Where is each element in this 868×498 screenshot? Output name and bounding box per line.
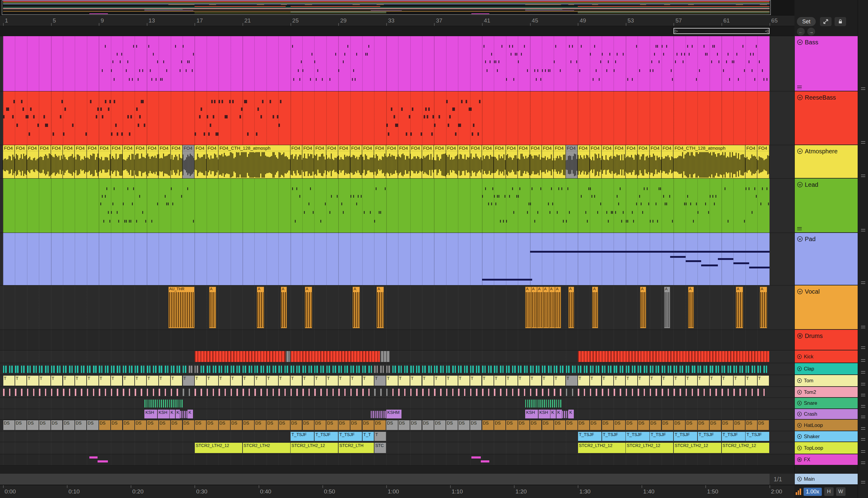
drum-clip[interactable]: DS	[674, 420, 685, 430]
drum-clip[interactable]: T	[267, 376, 278, 386]
drum-clip[interactable]: DS	[291, 420, 302, 430]
drum-clip[interactable]: T	[710, 376, 721, 386]
drum-clip[interactable]: T	[722, 376, 733, 386]
audio-clip[interactable]: FO4	[530, 145, 541, 178]
lane-resize-handle[interactable]	[861, 229, 865, 232]
drum-clip[interactable]: DS	[482, 420, 494, 430]
drum-clip[interactable]: T_TSJF	[578, 432, 601, 441]
back-arrow-button[interactable]: ←	[797, 28, 805, 36]
drum-clip[interactable]: DS	[602, 420, 613, 430]
drum-clip[interactable]: DS	[3, 420, 15, 430]
drum-clip[interactable]: DS	[590, 420, 601, 430]
drum-clip[interactable]: T	[207, 376, 218, 386]
audio-clip[interactable]: FO4_CTH_128_atmosph	[674, 145, 745, 178]
track-header-crash[interactable]: Crash	[795, 409, 858, 420]
drum-clip[interactable]: K	[169, 410, 175, 418]
drum-clip[interactable]: DS	[87, 420, 98, 430]
audio-clip[interactable]: FO4_CTH_128_atmosph	[218, 145, 290, 178]
time-ruler[interactable]: 0:000:100:200:300:400:501:001:101:201:30…	[0, 485, 794, 498]
drum-clip[interactable]: T	[27, 376, 38, 386]
track-lane-drums[interactable]	[0, 330, 794, 351]
drum-clip[interactable]: T	[15, 376, 26, 386]
track-header-vocal[interactable]: Vocal	[795, 286, 858, 330]
track-lane-bass[interactable]	[0, 36, 794, 91]
drum-clip[interactable]: T	[566, 376, 577, 386]
drum-clip[interactable]: T_TSJF	[291, 432, 314, 441]
audio-clip[interactable]: FO4	[147, 145, 158, 178]
track-header-lead[interactable]: Lead	[795, 179, 858, 233]
drum-clip[interactable]: T	[422, 376, 434, 386]
audio-clip[interactable]: FO4	[542, 145, 553, 178]
drum-clip[interactable]: T	[674, 376, 685, 386]
track-lane-reesebass[interactable]	[0, 91, 794, 145]
drum-clip[interactable]: K	[176, 410, 180, 418]
drum-clip[interactable]: T	[243, 376, 254, 386]
fold-width-button[interactable]: W	[836, 487, 845, 496]
drum-clip[interactable]: DS	[446, 420, 457, 430]
drum-clip[interactable]: DS	[458, 420, 470, 430]
drum-clip[interactable]: DS	[303, 420, 314, 430]
unfold-play-icon[interactable]	[797, 434, 802, 439]
drum-clip[interactable]: T_TSJF	[626, 432, 649, 441]
drum-clip[interactable]: DS	[758, 420, 769, 430]
drum-clip[interactable]: DS	[171, 420, 182, 430]
drum-clip[interactable]: T	[662, 376, 673, 386]
automation-clip[interactable]	[471, 456, 481, 459]
drum-clip[interactable]: KSH	[144, 410, 157, 418]
drum-clip[interactable]: T	[458, 376, 470, 386]
audio-clip[interactable]: FO4	[338, 145, 350, 178]
drum-clip[interactable]: K	[568, 410, 574, 418]
audio-clip[interactable]: FO4	[51, 145, 63, 178]
track-lane-clap[interactable]	[0, 363, 794, 375]
audio-clip[interactable]: FO4	[602, 145, 613, 178]
drum-clip[interactable]: DS	[422, 420, 434, 430]
audio-clip[interactable]: FO4	[434, 145, 446, 178]
unfold-play-icon[interactable]	[797, 411, 802, 417]
unfold-play-icon[interactable]	[797, 354, 802, 359]
drum-clip[interactable]: DS	[566, 420, 577, 430]
bar-ruler[interactable]: 1591317212529333741454953576165	[0, 15, 794, 26]
track-lane-fx[interactable]	[0, 454, 794, 466]
lane-resize-handle[interactable]	[861, 346, 865, 350]
audio-clip[interactable]: FO4	[614, 145, 625, 178]
drum-clip[interactable]: DS	[195, 420, 206, 430]
drum-clip[interactable]: DS	[386, 420, 397, 430]
drum-clip[interactable]: DS	[339, 420, 350, 430]
drum-clip[interactable]: DS	[147, 420, 158, 430]
lane-resize-handle[interactable]	[861, 88, 865, 91]
audio-clip[interactable]: FO4	[398, 145, 410, 178]
drum-clip[interactable]: T	[494, 376, 506, 386]
midi-clip[interactable]	[3, 91, 769, 145]
drum-clip[interactable]: STC	[374, 443, 386, 453]
drum-clip[interactable]: DS	[362, 420, 374, 430]
lock-icon-button[interactable]	[834, 17, 846, 26]
drum-clip[interactable]: STCR2_LTH2_12	[578, 443, 625, 453]
audio-clip[interactable]: A	[549, 287, 555, 328]
audio-clip[interactable]: FO4	[303, 145, 314, 178]
drum-clip[interactable]	[286, 351, 290, 362]
fold-chevron-icon[interactable]	[797, 288, 803, 294]
audio-clip[interactable]: FO4	[39, 145, 50, 178]
drum-clip[interactable]: T_TSJF	[339, 432, 362, 441]
lane-resize-handle[interactable]	[861, 281, 865, 285]
drum-clip[interactable]: K	[188, 410, 193, 418]
drum-clip[interactable]: T	[602, 376, 613, 386]
drum-clip[interactable]: T	[219, 376, 230, 386]
drum-clip[interactable]: T_TSJF	[722, 432, 745, 441]
audio-clip[interactable]: FO4	[362, 145, 374, 178]
automation-clip[interactable]	[98, 460, 107, 462]
drum-clip[interactable]: T	[614, 376, 625, 386]
drum-clip[interactable]: STCR2_LTH2_12	[674, 443, 721, 453]
drum-clip[interactable]: T	[231, 376, 242, 386]
drum-clip[interactable]: T	[350, 376, 362, 386]
drum-clip[interactable]: T	[758, 376, 769, 386]
audio-clip[interactable]: FO4	[578, 145, 589, 178]
fold-chevron-icon[interactable]	[797, 236, 803, 242]
drum-clip[interactable]: DS	[219, 420, 230, 430]
track-lane-snare[interactable]	[0, 398, 794, 409]
drum-clip[interactable]: T	[578, 376, 589, 386]
audio-clip[interactable]: FO4	[410, 145, 422, 178]
drum-clip[interactable]: T	[303, 376, 314, 386]
playback-speed-control[interactable]: 1.00x	[804, 488, 822, 496]
audio-clip[interactable]: FO4	[75, 145, 86, 178]
